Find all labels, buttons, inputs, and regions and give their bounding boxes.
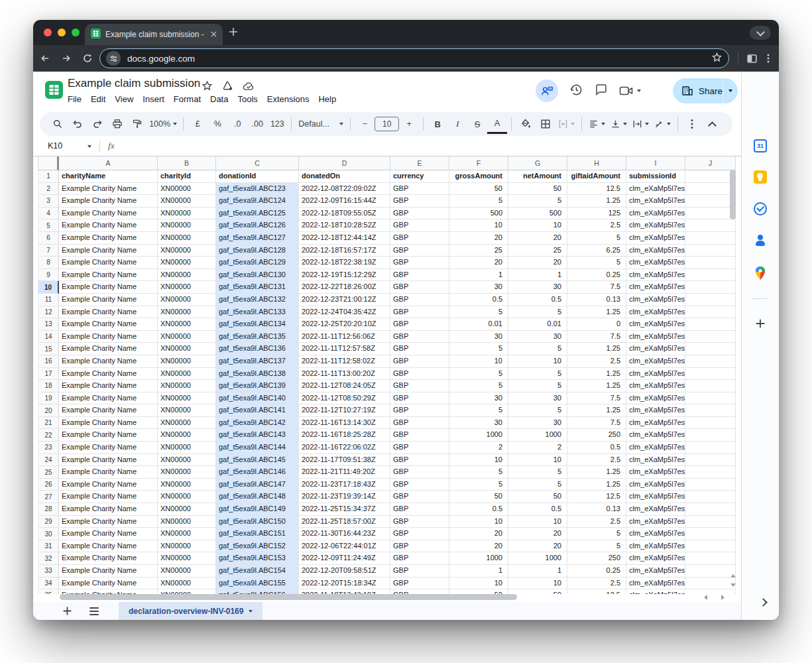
cell-H26[interactable]: 1.25 (567, 479, 626, 491)
cell-B3[interactable]: XN00000 (158, 195, 216, 208)
column-header-I[interactable]: I (626, 156, 685, 170)
cell-C10[interactable]: gaf_t5exa9l.ABC131 (216, 281, 299, 294)
bold-button[interactable]: B (428, 115, 447, 133)
zoom-control[interactable]: 100% (147, 115, 179, 133)
cell-F19[interactable]: 30 (449, 392, 508, 405)
cell-I26[interactable]: clm_eXaMp5l7es (626, 479, 685, 491)
cell-E24[interactable]: GBP (390, 454, 449, 467)
cell-J11[interactable] (685, 294, 736, 306)
cell-C31[interactable]: gaf_t5exa9l.ABC152 (216, 540, 299, 553)
cell-F4[interactable]: 500 (449, 208, 508, 220)
cell-C29[interactable]: gaf_t5exa9l.ABC150 (216, 516, 299, 528)
cell-C26[interactable]: gaf_t5exa9l.ABC147 (216, 479, 299, 491)
undo-icon[interactable] (68, 115, 87, 133)
cell-F29[interactable]: 10 (449, 516, 508, 528)
menu-edit[interactable]: Edit (86, 93, 110, 105)
cell-G6[interactable]: 20 (508, 232, 567, 245)
cell-D34[interactable]: 2022-12-20T15:18:34Z (299, 577, 390, 590)
cell-G26[interactable]: 5 (508, 479, 567, 491)
cell-G7[interactable]: 25 (508, 245, 567, 257)
menu-file[interactable]: File (63, 93, 86, 105)
row-header-13[interactable]: 13 (38, 318, 59, 331)
format-percent-button[interactable]: % (207, 115, 227, 133)
cell-E20[interactable]: GBP (390, 404, 449, 417)
cell-G34[interactable]: 10 (508, 577, 567, 590)
cell-F12[interactable]: 5 (449, 306, 508, 319)
cell-J19[interactable] (685, 392, 736, 405)
new-tab-button[interactable] (229, 27, 238, 39)
tab-close-icon[interactable] (211, 30, 217, 39)
cell-C8[interactable]: gaf_t5exa9l.ABC129 (216, 257, 299, 269)
cell-I19[interactable]: clm_eXaMp5l7es (626, 392, 685, 405)
cell-E13[interactable]: GBP (390, 318, 449, 331)
cell-J34[interactable] (685, 577, 736, 590)
menu-tools[interactable]: Tools (233, 93, 262, 105)
cell-E1[interactable]: currency (390, 170, 449, 183)
cell-G13[interactable]: 0.01 (508, 318, 567, 331)
column-header-D[interactable]: D (299, 156, 390, 170)
cell-B33[interactable]: XN00000 (158, 565, 216, 577)
row-header-17[interactable]: 17 (38, 368, 59, 381)
cell-C12[interactable]: gaf_t5exa9l.ABC133 (216, 306, 299, 319)
cell-G9[interactable]: 1 (508, 269, 567, 282)
cell-J16[interactable] (685, 355, 736, 368)
cell-G33[interactable]: 1 (508, 565, 567, 577)
toolbar-more-kebab-icon[interactable] (682, 115, 702, 133)
cell-B1[interactable]: charityId (158, 170, 216, 183)
cell-E28[interactable]: GBP (390, 503, 449, 516)
column-header-J[interactable]: J (685, 156, 736, 170)
cell-G12[interactable]: 5 (508, 306, 567, 319)
cell-H3[interactable]: 1.25 (567, 195, 626, 208)
cell-D25[interactable]: 2022-11-21T11:49:20Z (299, 466, 390, 479)
cell-F31[interactable]: 20 (449, 540, 508, 553)
row-header-30[interactable]: 30 (38, 528, 59, 540)
cell-H5[interactable]: 2.5 (567, 219, 626, 232)
cell-B7[interactable]: XN00000 (158, 245, 216, 257)
cell-A29[interactable]: Example Charity Name (59, 516, 158, 528)
cell-D23[interactable]: 2022-11-16T22:06:02Z (299, 442, 390, 454)
cell-C34[interactable]: gaf_t5exa9l.ABC155 (216, 577, 299, 590)
cell-E9[interactable]: GBP (390, 269, 449, 282)
cell-J8[interactable] (685, 257, 736, 269)
cell-G24[interactable]: 10 (508, 454, 567, 467)
cell-H28[interactable]: 0.13 (567, 503, 626, 516)
row-header-18[interactable]: 18 (38, 380, 59, 392)
cell-I29[interactable]: clm_eXaMp5l7es (626, 516, 685, 528)
cell-E8[interactable]: GBP (390, 257, 449, 269)
cell-A18[interactable]: Example Charity Name (59, 380, 158, 392)
browser-menu-kebab-icon[interactable] (764, 53, 773, 66)
cell-H2[interactable]: 12.5 (567, 183, 626, 196)
cell-E21[interactable]: GBP (390, 417, 449, 430)
window-minimize-button[interactable] (58, 29, 66, 36)
cell-B17[interactable]: XN00000 (158, 368, 216, 381)
reload-icon[interactable] (82, 53, 93, 66)
cell-H20[interactable]: 1.25 (567, 404, 626, 417)
cell-J6[interactable] (685, 232, 736, 245)
cell-C7[interactable]: gaf_t5exa9l.ABC128 (216, 245, 299, 257)
row-header-9[interactable]: 9 (38, 269, 59, 282)
row-header-4[interactable]: 4 (38, 208, 59, 220)
cell-H6[interactable]: 5 (567, 232, 626, 245)
cell-B27[interactable]: XN00000 (158, 491, 216, 503)
cell-H29[interactable]: 2.5 (567, 516, 626, 528)
cell-A32[interactable]: Example Charity Name (59, 552, 158, 565)
cell-C15[interactable]: gaf_t5exa9l.ABC136 (216, 343, 299, 355)
cell-J9[interactable] (685, 269, 736, 282)
scroll-left-arrow[interactable] (704, 595, 707, 600)
cell-J5[interactable] (685, 219, 736, 232)
cell-B25[interactable]: XN00000 (158, 466, 216, 479)
cell-H33[interactable]: 0.25 (567, 565, 626, 577)
paint-format-icon[interactable] (127, 115, 147, 133)
share-dropdown-caret[interactable] (723, 90, 738, 92)
cell-E23[interactable]: GBP (390, 442, 449, 454)
cell-C25[interactable]: gaf_t5exa9l.ABC146 (216, 466, 299, 479)
cell-B15[interactable]: XN00000 (158, 343, 216, 355)
cell-H7[interactable]: 6.25 (567, 245, 626, 257)
cell-C16[interactable]: gaf_t5exa9l.ABC137 (216, 355, 299, 368)
cell-A19[interactable]: Example Charity Name (59, 392, 158, 405)
cell-J33[interactable] (685, 565, 736, 577)
cell-H8[interactable]: 5 (567, 257, 626, 269)
cell-F16[interactable]: 10 (449, 355, 508, 368)
cell-D27[interactable]: 2022-11-23T19:39:14Z (299, 491, 390, 503)
cell-E25[interactable]: GBP (390, 466, 449, 479)
